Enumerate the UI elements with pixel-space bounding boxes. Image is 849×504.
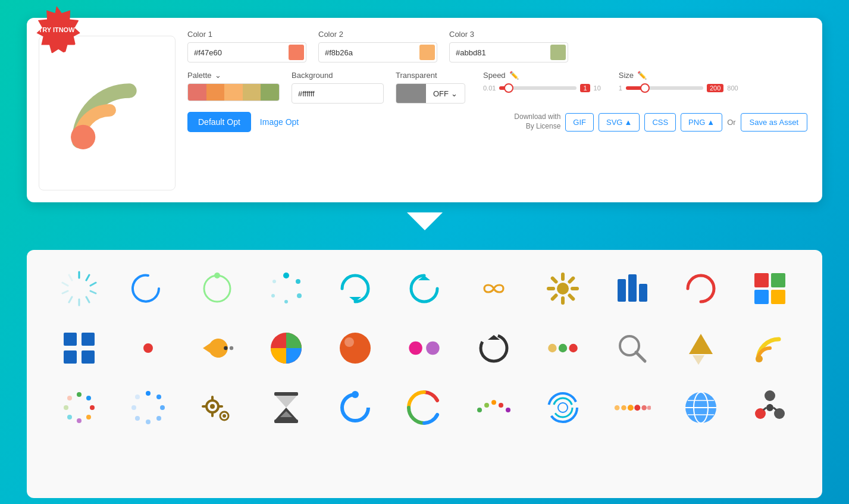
transparent-off-button[interactable]: OFF ⌄ [426, 89, 465, 98]
palette-expand-icon[interactable]: ⌄ [215, 71, 221, 80]
color3-swatch[interactable] [550, 45, 566, 60]
svg-rect-30 [618, 279, 626, 302]
image-opt-button[interactable]: Image Opt [260, 117, 299, 127]
icon-circle-sync[interactable] [461, 321, 527, 375]
icon-orange-ball[interactable] [322, 321, 388, 375]
svg-point-51 [548, 344, 556, 352]
svg-point-13 [283, 273, 289, 278]
palette-seg-1 [188, 84, 206, 101]
svg-download-button[interactable]: SVG ▲ [599, 113, 640, 132]
icon-triforce[interactable] [668, 321, 734, 375]
icon-globe[interactable] [668, 381, 734, 434]
svg-rect-37 [64, 333, 77, 346]
icon-grid-panel: FREE $1.99 [27, 250, 822, 498]
icon-dots-circle-colored[interactable] [46, 381, 112, 434]
size-label: Size ✏️ [619, 71, 738, 80]
controls-area: Color 1 Color 2 Color 3 [187, 30, 807, 190]
icon-circle-outline[interactable] [184, 262, 250, 315]
svg-line-111 [773, 408, 776, 410]
css-download-button[interactable]: CSS [644, 113, 676, 132]
icon-small-dot[interactable] [115, 321, 181, 375]
icon-swirl-circle[interactable] [530, 381, 596, 434]
png-download-button[interactable]: PNG ▲ [681, 113, 722, 132]
color3-group: Color 3 [449, 30, 568, 62]
size-edit-icon[interactable]: ✏️ [637, 71, 647, 80]
icon-hourglass[interactable] [253, 381, 319, 434]
badge-text: TRY ITNOW [33, 6, 80, 54]
svg-point-82 [223, 414, 226, 418]
speed-max: 10 [594, 84, 601, 92]
speed-slider[interactable] [499, 83, 577, 93]
size-slider[interactable] [626, 83, 703, 93]
icon-windows[interactable] [737, 262, 803, 315]
svg-point-86 [352, 391, 359, 398]
background-input[interactable] [292, 83, 384, 104]
color2-swatch[interactable] [419, 45, 435, 60]
icon-three-dots-colored[interactable] [530, 321, 596, 375]
svg-rect-32 [639, 284, 647, 302]
palette-seg-5 [261, 84, 279, 101]
svg-point-64 [67, 415, 72, 420]
icon-grid-squares[interactable] [46, 321, 112, 375]
icon-dots-spinner[interactable] [253, 262, 319, 315]
icon-search[interactable] [599, 321, 665, 375]
icon-pink-dots[interactable] [391, 321, 457, 375]
download-section: Download with By License GIF SVG ▲ CSS P… [514, 112, 807, 131]
icon-bar-loader[interactable] [599, 262, 665, 315]
icon-gears[interactable] [184, 381, 250, 434]
try-it-now-badge: TRY ITNOW [33, 6, 80, 54]
icon-pie-chart[interactable] [253, 321, 319, 375]
svg-line-55 [636, 352, 645, 361]
color2-input-wrapper [318, 42, 437, 62]
svg-point-62 [86, 415, 91, 420]
svg-point-85 [342, 395, 368, 421]
svg-point-87 [477, 408, 482, 412]
icon-blue-ring[interactable] [322, 381, 388, 434]
size-min: 1 [619, 84, 622, 92]
icon-rss-yellow[interactable] [737, 321, 803, 375]
icon-spinning-arc-red[interactable] [668, 262, 734, 315]
svg-line-3 [90, 283, 96, 286]
save-as-asset-button[interactable]: Save as Asset [741, 113, 807, 132]
background-group: Background [292, 71, 384, 104]
transparent-toggle[interactable]: OFF ⌄ [396, 83, 465, 104]
icon-starburst[interactable] [46, 262, 112, 315]
icon-row-3 [45, 378, 804, 437]
color2-group: Color 2 [318, 30, 437, 62]
icon-rotating-arrow[interactable] [322, 262, 388, 315]
svg-line-26 [552, 278, 556, 282]
svg-point-93 [553, 398, 572, 417]
svg-point-42 [224, 346, 227, 350]
svg-point-12 [214, 273, 220, 278]
icon-gear[interactable] [530, 262, 596, 315]
svg-point-72 [135, 416, 140, 421]
svg-line-29 [569, 278, 573, 282]
palette-seg-4 [243, 84, 261, 101]
icon-moon[interactable] [115, 262, 181, 315]
gif-download-button[interactable]: GIF [565, 113, 594, 132]
speed-edit-icon[interactable]: ✏️ [509, 71, 519, 80]
icon-colorful-c[interactable] [391, 381, 457, 434]
color2-label: Color 2 [318, 30, 437, 39]
icon-circle-refresh[interactable] [391, 262, 457, 315]
color3-input-wrapper [449, 42, 568, 62]
icon-pacman[interactable] [184, 321, 250, 375]
svg-point-74 [135, 395, 140, 399]
transparent-bg-preview [396, 84, 426, 103]
svg-point-52 [558, 344, 566, 352]
icon-dots-arc[interactable] [461, 381, 527, 434]
palette-label: Palette ⌄ [187, 71, 280, 80]
palette-bar[interactable] [187, 83, 280, 101]
icon-multi-dots[interactable] [599, 381, 665, 434]
svg-point-18 [272, 280, 276, 283]
color1-swatch[interactable] [289, 45, 304, 60]
default-opt-button[interactable]: Default Opt [187, 112, 251, 132]
svg-point-65 [64, 405, 68, 410]
icon-infinity[interactable] [461, 262, 527, 315]
svg-point-95 [615, 405, 620, 411]
svg-point-48 [427, 342, 440, 355]
icon-fidget-spinner[interactable] [737, 381, 803, 434]
svg-line-112 [763, 408, 766, 410]
icon-blue-dots-circle[interactable] [115, 381, 181, 434]
svg-point-66 [67, 396, 72, 400]
